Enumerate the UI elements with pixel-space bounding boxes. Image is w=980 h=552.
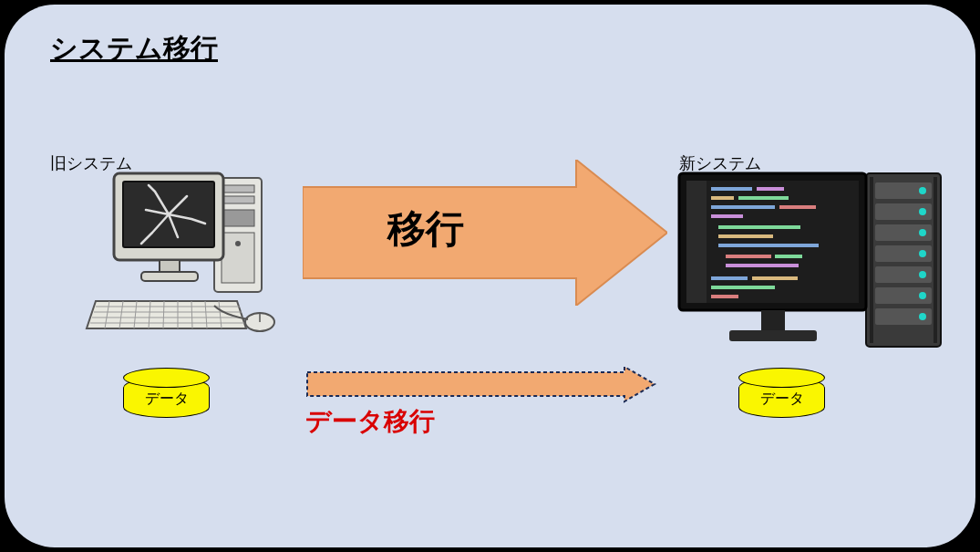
svg-rect-59 xyxy=(752,276,798,280)
svg-point-40 xyxy=(919,292,926,299)
svg-rect-3 xyxy=(222,210,254,226)
svg-rect-44 xyxy=(686,181,707,303)
svg-rect-58 xyxy=(711,276,748,280)
svg-rect-50 xyxy=(779,205,816,209)
svg-rect-4 xyxy=(222,233,254,283)
svg-point-36 xyxy=(919,208,926,215)
svg-marker-64 xyxy=(303,160,667,306)
new-database-icon: データ xyxy=(738,368,825,422)
migration-arrow-icon xyxy=(303,160,667,306)
svg-rect-49 xyxy=(711,205,775,209)
old-database-label: データ xyxy=(123,390,210,409)
svg-point-35 xyxy=(919,187,926,194)
svg-rect-56 xyxy=(775,255,802,258)
new-database-label: データ xyxy=(738,390,825,409)
migration-arrow-label: 移行 xyxy=(387,203,464,255)
svg-rect-63 xyxy=(729,330,817,341)
svg-point-5 xyxy=(235,241,241,246)
svg-rect-9 xyxy=(141,272,198,281)
svg-rect-51 xyxy=(711,214,743,218)
svg-rect-52 xyxy=(718,225,800,229)
new-computer-icon xyxy=(675,169,948,351)
diagram-title: システム移行 xyxy=(50,30,218,68)
svg-rect-61 xyxy=(711,295,738,298)
svg-rect-26 xyxy=(870,177,873,343)
svg-rect-48 xyxy=(738,196,789,200)
diagram-panel: システム移行 旧システム 新システム xyxy=(5,5,975,547)
svg-rect-53 xyxy=(718,234,773,238)
svg-rect-27 xyxy=(934,177,937,343)
svg-rect-2 xyxy=(222,196,254,203)
svg-point-41 xyxy=(919,313,926,320)
svg-point-39 xyxy=(919,271,926,278)
svg-point-37 xyxy=(919,229,926,236)
svg-rect-1 xyxy=(222,185,254,193)
data-migration-arrow-icon xyxy=(305,365,656,403)
data-migration-label: データ移行 xyxy=(305,404,435,439)
svg-rect-47 xyxy=(711,196,734,200)
svg-marker-65 xyxy=(307,367,655,401)
svg-rect-57 xyxy=(726,264,799,267)
svg-rect-55 xyxy=(726,255,771,258)
svg-rect-45 xyxy=(711,187,752,191)
svg-rect-54 xyxy=(718,244,819,247)
svg-rect-46 xyxy=(757,187,784,191)
svg-point-38 xyxy=(919,250,926,257)
svg-rect-62 xyxy=(761,310,785,330)
svg-rect-60 xyxy=(711,286,775,289)
old-database-icon: データ xyxy=(123,368,210,422)
old-computer-icon xyxy=(68,169,278,351)
svg-rect-8 xyxy=(160,260,180,273)
